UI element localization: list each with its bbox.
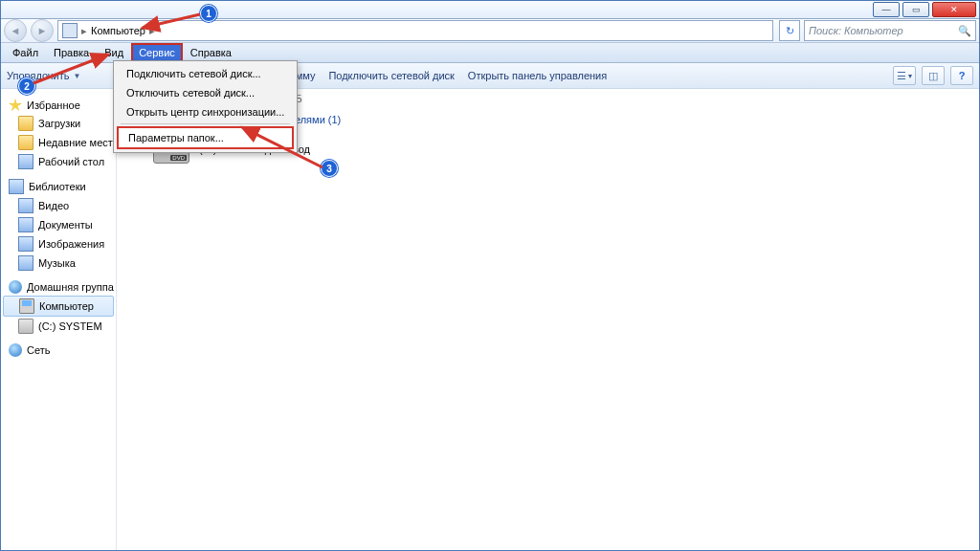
annotation-arrows: [1, 1, 980, 551]
explorer-window: { "window": { "min": "—", "max": "▭", "c…: [0, 0, 980, 551]
svg-line-2: [242, 127, 323, 167]
svg-line-0: [143, 14, 200, 28]
svg-line-1: [33, 55, 108, 83]
